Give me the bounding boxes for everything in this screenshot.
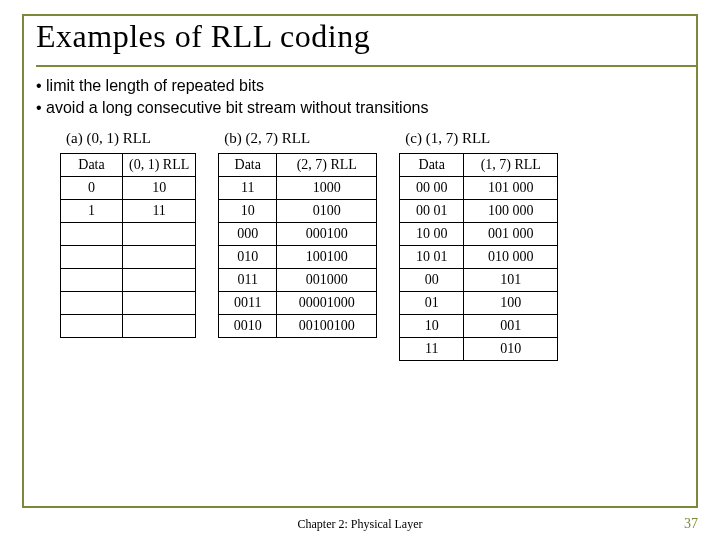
td: 10 00 [400,223,464,246]
th: Data [61,154,123,177]
table-caption-b: (b) (2, 7) RLL [224,130,377,147]
bullet-list: limit the length of repeated bits avoid … [36,75,690,118]
table-caption-a: (a) (0, 1) RLL [66,130,196,147]
th: (0, 1) RLL [123,154,196,177]
footer-text: Chapter 2: Physical Layer [0,517,720,532]
td: 10 [400,315,464,338]
td: 11 [219,177,277,200]
bullet-item: avoid a long consecutive bit stream with… [36,97,690,119]
table-block-a: (a) (0, 1) RLL Data(0, 1) RLL 010 111 [60,128,196,338]
table-a: Data(0, 1) RLL 010 111 [60,153,196,338]
th: Data [219,154,277,177]
td: 10 [123,177,196,200]
td [61,246,123,269]
td: 00 [400,269,464,292]
page-number: 37 [684,516,698,532]
td: 10 01 [400,246,464,269]
tables-container: (a) (0, 1) RLL Data(0, 1) RLL 010 111 (b… [36,128,690,361]
td: 100100 [277,246,377,269]
td: 011 [219,269,277,292]
td [123,223,196,246]
td: 00 01 [400,200,464,223]
title-rule [36,65,696,67]
td: 00001000 [277,292,377,315]
th: (2, 7) RLL [277,154,377,177]
td: 000100 [277,223,377,246]
td [123,315,196,338]
td [123,269,196,292]
td: 1000 [277,177,377,200]
td: 100 000 [464,200,558,223]
th: Data [400,154,464,177]
td [61,315,123,338]
td: 11 [123,200,196,223]
table-block-b: (b) (2, 7) RLL Data(2, 7) RLL 111000 100… [218,128,377,338]
td: 1 [61,200,123,223]
td [61,292,123,315]
td: 11 [400,338,464,361]
td: 010 [464,338,558,361]
table-c: Data(1, 7) RLL 00 00101 000 00 01100 000… [399,153,558,361]
td: 00 00 [400,177,464,200]
td: 001000 [277,269,377,292]
table-block-c: (c) (1, 7) RLL Data(1, 7) RLL 00 00101 0… [399,128,558,361]
td: 010 [219,246,277,269]
td: 0010 [219,315,277,338]
td: 101 [464,269,558,292]
td [123,292,196,315]
td: 0100 [277,200,377,223]
td: 101 000 [464,177,558,200]
td: 0011 [219,292,277,315]
td: 000 [219,223,277,246]
td: 010 000 [464,246,558,269]
td [61,269,123,292]
td: 001 000 [464,223,558,246]
table-b: Data(2, 7) RLL 111000 100100 000000100 0… [218,153,377,338]
td: 001 [464,315,558,338]
table-caption-c: (c) (1, 7) RLL [405,130,558,147]
td: 10 [219,200,277,223]
td: 00100100 [277,315,377,338]
td [61,223,123,246]
td: 100 [464,292,558,315]
slide-content: Examples of RLL coding limit the length … [14,6,708,530]
td: 0 [61,177,123,200]
th: (1, 7) RLL [464,154,558,177]
page-title: Examples of RLL coding [36,18,690,55]
td: 01 [400,292,464,315]
bullet-item: limit the length of repeated bits [36,75,690,97]
td [123,246,196,269]
